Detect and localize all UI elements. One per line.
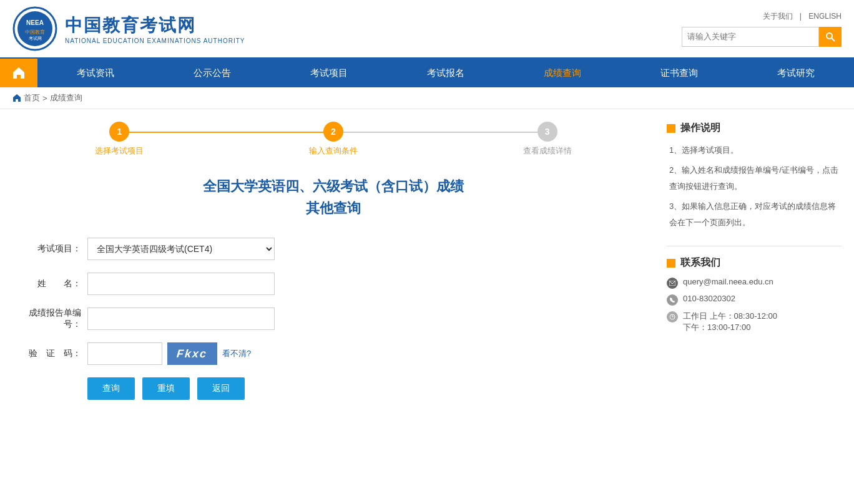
name-input-wrapper xyxy=(87,273,275,295)
exam-project-row: 考试项目： 全国大学英语四级考试(CET4) 全国大学英语六级考试(CET6) xyxy=(12,238,654,260)
instructions-title-text: 操作说明 xyxy=(680,122,720,135)
separator: | xyxy=(800,12,802,21)
back-button[interactable]: 返回 xyxy=(197,377,245,400)
nav-item-registration[interactable]: 考试报名 xyxy=(388,59,504,87)
captcha-row: 验 证 码： Fkxc 看不清? xyxy=(12,342,654,365)
search-bar xyxy=(682,27,842,47)
step-3-circle: 3 xyxy=(537,122,557,142)
home-icon xyxy=(12,66,26,80)
exam-label: 考试项目： xyxy=(12,243,87,254)
nav-item-exam-news[interactable]: 考试资讯 xyxy=(37,59,154,87)
form-title: 全国大学英语四、六级考试（含口试）成绩 其他查询 xyxy=(12,175,654,219)
morning-hours: 工作日 上午：08:30-12:00 xyxy=(683,311,777,322)
breadcrumb-separator: > xyxy=(42,94,47,103)
breadcrumb-current: 成绩查询 xyxy=(50,92,82,104)
name-input[interactable] xyxy=(87,273,275,295)
logo-area: NEEA 中国教育 考试网 中国教育考试网 NATIONAL EDUCATION… xyxy=(12,6,245,51)
main-nav: 考试资讯 公示公告 考试项目 考试报名 成绩查询 证书查询 考试研究 xyxy=(0,59,854,87)
logo-en-text: NATIONAL EDUCATION EXAMINATIONS AUTHORIT… xyxy=(65,37,245,44)
instruction-3: 3、如果输入信息正确，对应考试的成绩信息将会在下一个页面列出。 xyxy=(669,198,842,231)
captcha-display-text: Fkxc xyxy=(177,347,209,361)
captcha-image[interactable]: Fkxc xyxy=(167,342,217,365)
afternoon-hours: 下午：13:00-17:00 xyxy=(683,322,777,333)
captcha-input[interactable] xyxy=(87,342,162,365)
logo-cn-text: 中国教育考试网 xyxy=(65,14,245,37)
reset-button[interactable]: 重填 xyxy=(142,377,190,400)
phone-svg-icon xyxy=(669,297,675,303)
english-link[interactable]: ENGLISH xyxy=(808,12,842,21)
captcha-label: 验 证 码： xyxy=(12,348,87,359)
phone-icon xyxy=(667,294,678,306)
breadcrumb-home[interactable]: 首页 xyxy=(24,92,40,104)
logo-icon: NEEA 中国教育 考试网 xyxy=(12,6,57,51)
nav-home-button[interactable] xyxy=(0,59,37,87)
header: NEEA 中国教育 考试网 中国教育考试网 NATIONAL EDUCATION… xyxy=(0,0,854,59)
query-button[interactable]: 查询 xyxy=(87,377,135,400)
action-buttons: 查询 重填 返回 xyxy=(87,377,654,400)
search-input[interactable] xyxy=(682,27,819,47)
nav-item-cert-query[interactable]: 证书查询 xyxy=(621,59,737,87)
instruction-2: 2、输入姓名和成绩报告单编号/证书编号，点击查询按钮进行查询。 xyxy=(669,162,842,195)
contact-hours: 工作日 上午：08:30-12:00 下午：13:00-17:00 xyxy=(667,311,842,333)
captcha-area: Fkxc 看不清? xyxy=(87,342,251,365)
exam-select-wrapper: 全国大学英语四级考试(CET4) 全国大学英语六级考试(CET6) xyxy=(87,238,275,260)
email-text: query@mail.neea.edu.cn xyxy=(683,277,773,286)
about-link[interactable]: 关于我们 xyxy=(763,12,793,21)
clock-icon xyxy=(667,311,678,322)
svg-line-6 xyxy=(832,38,835,41)
report-label: 成绩报告单编号： xyxy=(12,308,87,330)
svg-point-1 xyxy=(17,11,52,46)
name-row: 姓 名： xyxy=(12,273,654,295)
nav-item-exam-research[interactable]: 考试研究 xyxy=(737,59,854,87)
top-links: 关于我们 | ENGLISH xyxy=(763,11,842,22)
contact-section: 联系我们 query@mail.neea.edu.cn 010-83020 xyxy=(667,256,842,333)
sidebar-divider xyxy=(667,246,842,246)
content-area: 1 选择考试项目 2 输入查询条件 xyxy=(12,122,654,400)
svg-point-5 xyxy=(827,33,832,39)
report-number-row: 成绩报告单编号： xyxy=(12,308,654,330)
contact-email: query@mail.neea.edu.cn xyxy=(667,277,842,289)
nav-item-exam-projects[interactable]: 考试项目 xyxy=(271,59,388,87)
instructions-title: 操作说明 xyxy=(667,122,842,135)
sidebar: 操作说明 1、选择考试项目。 2、输入姓名和成绩报告单编号/证书编号，点击查询按… xyxy=(667,122,842,400)
step-3: 3 查看成绩详情 xyxy=(440,122,654,157)
logo-text: 中国教育考试网 NATIONAL EDUCATION EXAMINATIONS … xyxy=(65,14,245,44)
steps-indicator: 1 选择考试项目 2 输入查询条件 xyxy=(12,122,654,157)
clock-svg-icon xyxy=(669,314,675,320)
svg-text:NEEA: NEEA xyxy=(26,19,44,26)
instructions-title-bar xyxy=(667,124,675,133)
contact-phone: 010-83020302 xyxy=(667,294,842,306)
form-title-line1: 全国大学英语四、六级考试（含口试）成绩 xyxy=(203,178,464,194)
nav-item-announcements[interactable]: 公示公告 xyxy=(154,59,271,87)
envelope-icon xyxy=(669,281,675,286)
svg-text:考试网: 考试网 xyxy=(29,36,42,41)
form-title-line2: 其他查询 xyxy=(306,200,361,216)
report-input-wrapper xyxy=(87,308,275,330)
exam-select[interactable]: 全国大学英语四级考试(CET4) 全国大学英语六级考试(CET6) xyxy=(87,238,275,260)
breadcrumb: 首页 > 成绩查询 xyxy=(0,87,854,109)
nav-item-score-query[interactable]: 成绩查询 xyxy=(504,59,621,87)
contact-title-bar xyxy=(667,259,675,268)
instructions-content: 1、选择考试项目。 2、输入姓名和成绩报告单编号/证书编号，点击查询按钮进行查询… xyxy=(667,142,842,231)
search-button[interactable] xyxy=(819,27,842,47)
hours-text: 工作日 上午：08:30-12:00 下午：13:00-17:00 xyxy=(683,311,777,333)
contact-title: 联系我们 xyxy=(667,256,842,269)
search-icon xyxy=(825,32,835,42)
step-2: 2 输入查询条件 xyxy=(227,122,441,157)
email-icon xyxy=(667,278,678,289)
contact-title-text: 联系我们 xyxy=(680,256,720,269)
cant-see-link[interactable]: 看不清? xyxy=(222,348,251,359)
name-label: 姓 名： xyxy=(12,278,87,289)
step-1-circle: 1 xyxy=(109,122,129,142)
step-2-circle: 2 xyxy=(323,122,343,142)
instruction-1: 1、选择考试项目。 xyxy=(669,142,842,158)
svg-text:中国教育: 中国教育 xyxy=(25,29,45,35)
header-right: 关于我们 | ENGLISH xyxy=(682,11,842,47)
phone-text: 010-83020302 xyxy=(683,294,735,303)
step-2-label: 输入查询条件 xyxy=(309,145,358,157)
report-input[interactable] xyxy=(87,308,275,330)
instructions-section: 操作说明 1、选择考试项目。 2、输入姓名和成绩报告单编号/证书编号，点击查询按… xyxy=(667,122,842,231)
home-breadcrumb-icon xyxy=(12,94,21,102)
step-3-label: 查看成绩详情 xyxy=(523,145,572,157)
step-1-label: 选择考试项目 xyxy=(95,145,144,157)
